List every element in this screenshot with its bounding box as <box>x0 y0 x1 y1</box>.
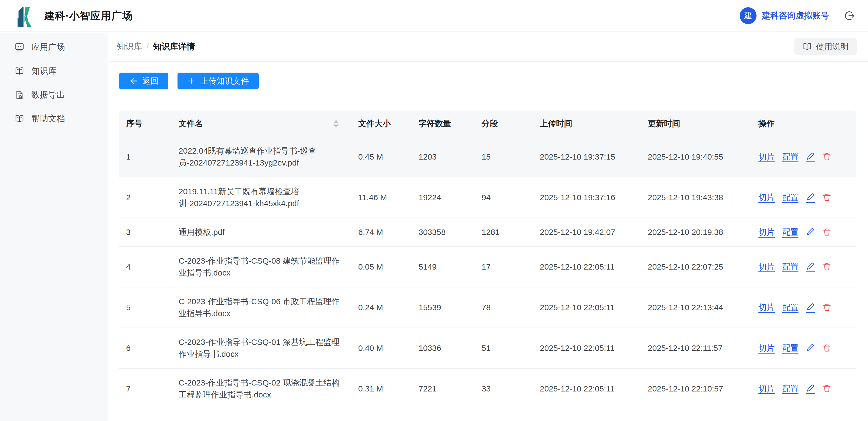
file-size: 0.24 M <box>351 287 411 328</box>
account-name[interactable]: 建科咨询虚拟账号 <box>762 10 829 21</box>
slice-link[interactable]: 切片 <box>758 383 775 395</box>
row-actions: 切片 配置 <box>751 328 856 369</box>
sidebar-item-knowledge-base[interactable]: 知识库 <box>0 59 108 83</box>
data-export-icon <box>14 90 24 100</box>
file-name: C-2023-作业指导书-CSQ-06 市政工程监理作业指导书.docx <box>172 287 351 328</box>
edit-icon[interactable] <box>806 227 815 237</box>
config-link[interactable]: 配置 <box>782 226 799 238</box>
delete-icon[interactable] <box>822 152 832 162</box>
segment-count: 78 <box>474 287 533 328</box>
file-size: 0.40 M <box>351 328 411 369</box>
logout-icon[interactable] <box>844 10 856 21</box>
delete-icon[interactable] <box>822 262 832 272</box>
sidebar-item-app-plaza[interactable]: 应用广场 <box>0 35 108 59</box>
file-name: 2022.04既有幕墙巡查作业指导书-巡查员-20240727123941-13… <box>172 137 351 177</box>
edit-icon[interactable] <box>806 152 815 162</box>
arrow-left-icon <box>129 77 137 85</box>
file-size: 0.45 M <box>351 137 411 177</box>
char-count: 1203 <box>411 137 474 177</box>
row-actions: 切片 配置 <box>751 369 856 409</box>
upload-time: 2025-12-10 22:05:11 <box>533 287 641 328</box>
upload-time: 2025-12-10 22:05:11 <box>533 247 641 287</box>
update-time: 2025-12-10 22:13:44 <box>641 287 751 328</box>
table-row: 2 2019.11.11新员工既有幕墙检查培训-20240727123941-k… <box>119 177 856 218</box>
slice-link[interactable]: 切片 <box>758 151 775 163</box>
row-index: 5 <box>119 287 172 328</box>
config-link[interactable]: 配置 <box>782 302 799 313</box>
row-actions: 切片 配置 <box>751 247 856 287</box>
delete-icon[interactable] <box>822 228 832 237</box>
upload-file-label: 上传知识文件 <box>200 76 249 87</box>
char-count: 15539 <box>411 287 474 328</box>
row-actions: 切片 配置 <box>751 287 856 328</box>
delete-icon[interactable] <box>822 343 832 353</box>
breadcrumb-parent[interactable]: 知识库 <box>117 41 142 52</box>
col-uploaded: 上传时间 <box>533 111 641 137</box>
config-link[interactable]: 配置 <box>782 342 799 354</box>
segment-count: 94 <box>474 177 533 218</box>
update-time: 2025-12-10 22:10:57 <box>641 369 751 409</box>
segment-count: 17 <box>474 247 533 287</box>
file-name: C-2023-作业指导书-CSQ-02 现浇混凝土结构工程监理作业指导书.doc… <box>172 369 351 409</box>
config-link[interactable]: 配置 <box>782 192 799 203</box>
table-row: 5 C-2023-作业指导书-CSQ-06 市政工程监理作业指导书.docx 0… <box>119 287 856 328</box>
upload-time: 2025-12-10 19:42:07 <box>533 218 641 247</box>
config-link[interactable]: 配置 <box>782 151 799 163</box>
row-index: 2 <box>119 177 172 218</box>
edit-icon[interactable] <box>806 193 815 203</box>
delete-icon[interactable] <box>822 303 832 312</box>
file-size: 0.05 M <box>351 247 411 287</box>
book-icon <box>803 42 812 51</box>
content: 返回 上传知识文件 <box>109 62 868 409</box>
app-grid-icon <box>14 42 24 52</box>
file-name: 通用模板.pdf <box>172 218 351 247</box>
upload-time: 2025-12-10 19:37:15 <box>533 137 641 177</box>
sidebar-item-data-export[interactable]: 数据导出 <box>0 83 108 107</box>
edit-icon[interactable] <box>806 303 815 313</box>
edit-icon[interactable] <box>806 343 815 353</box>
avatar[interactable]: 建 <box>740 7 756 24</box>
topbar: 建科·小智应用广场 建 建科咨询虚拟账号 <box>0 0 868 32</box>
table-header: 序号 文件名 文件大小 字符数量 分段 上传时间 更新时间 操作 <box>119 111 856 137</box>
config-link[interactable]: 配置 <box>782 383 799 395</box>
slice-link[interactable]: 切片 <box>758 261 775 273</box>
row-index: 3 <box>119 218 172 247</box>
table-row: 3 通用模板.pdf 6.74 M 303358 1281 2025-12-10… <box>119 218 856 247</box>
update-time: 2025-12-10 20:19:38 <box>641 218 751 247</box>
page-title: 知识库详情 <box>153 41 195 52</box>
col-charcount: 字符数量 <box>411 111 474 137</box>
back-label: 返回 <box>142 76 159 87</box>
col-filename[interactable]: 文件名 <box>172 111 351 137</box>
char-count: 5149 <box>411 247 474 287</box>
breadcrumb: 知识库 / 知识库详情 <box>117 41 195 52</box>
delete-icon[interactable] <box>822 193 832 202</box>
brand: 建科·小智应用广场 <box>14 4 132 28</box>
sort-icon[interactable] <box>333 120 339 128</box>
config-link[interactable]: 配置 <box>782 261 799 273</box>
update-time: 2025-12-10 19:43:38 <box>641 177 751 218</box>
edit-icon[interactable] <box>806 262 815 272</box>
breadcrumb-bar: 知识库 / 知识库详情 使用说明 <box>109 32 868 62</box>
segment-count: 51 <box>474 328 533 369</box>
usage-guide-button[interactable]: 使用说明 <box>795 38 857 55</box>
app-root: 建科·小智应用广场 建 建科咨询虚拟账号 应用广场 <box>0 0 868 421</box>
sidebar-item-help-docs[interactable]: 帮助文档 <box>0 107 108 131</box>
col-segments: 分段 <box>474 111 533 137</box>
slice-link[interactable]: 切片 <box>758 192 775 203</box>
slice-link[interactable]: 切片 <box>758 342 775 354</box>
app-title: 建科·小智应用广场 <box>44 9 132 23</box>
upload-file-button[interactable]: 上传知识文件 <box>178 73 259 89</box>
row-actions: 切片 配置 <box>751 177 856 218</box>
segment-count: 15 <box>474 137 533 177</box>
back-button[interactable]: 返回 <box>119 73 168 89</box>
edit-icon[interactable] <box>806 384 815 394</box>
sidebar: 应用广场 知识库 数据导出 <box>0 32 108 421</box>
slice-link[interactable]: 切片 <box>758 302 775 313</box>
char-count: 303358 <box>411 218 474 247</box>
toolbar: 返回 上传知识文件 <box>119 73 868 89</box>
file-name: 2019.11.11新员工既有幕墙检查培训-20240727123941-kh4… <box>172 177 351 218</box>
file-table: 序号 文件名 文件大小 字符数量 分段 上传时间 更新时间 操作 <box>119 111 868 409</box>
col-updated: 更新时间 <box>641 111 751 137</box>
delete-icon[interactable] <box>822 384 832 393</box>
slice-link[interactable]: 切片 <box>758 226 775 238</box>
